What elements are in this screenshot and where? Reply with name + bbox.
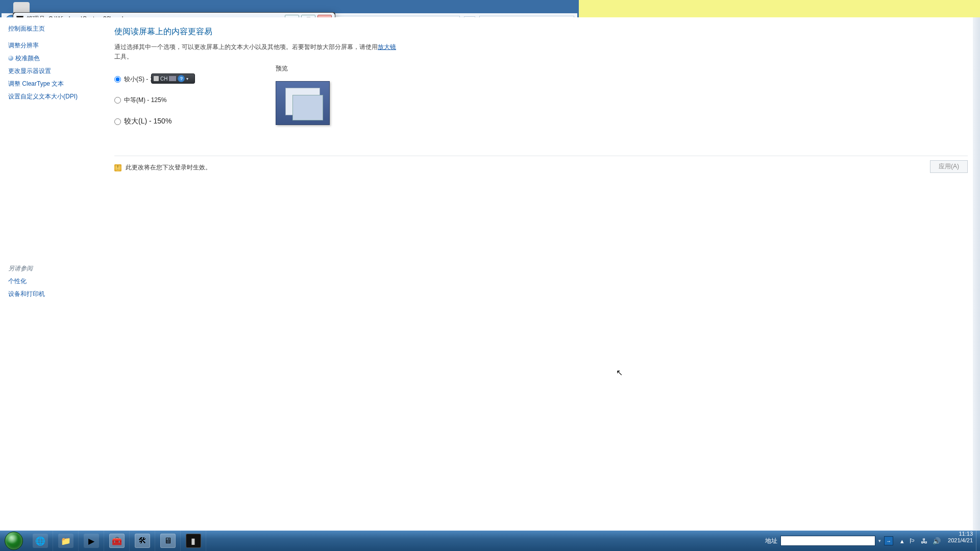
taskbar-clock[interactable]: 11:13 2021/4/21 bbox=[945, 531, 976, 551]
taskbar-address-toolbar: 地址 ▾ → bbox=[765, 531, 896, 551]
preview-label: 预览 bbox=[276, 64, 330, 73]
page-description: 通过选择其中一个选项，可以更改屏幕上的文本大小以及其他项。若要暂时放大部分屏幕，… bbox=[114, 42, 400, 62]
option-large[interactable]: 较大(L) - 150% CH ? ▾ bbox=[114, 117, 968, 126]
ime-help-icon[interactable]: ? bbox=[178, 75, 185, 82]
cmd-icon: ▮ bbox=[186, 534, 201, 548]
option-medium[interactable]: 中等(M) - 125% bbox=[114, 96, 968, 105]
show-desktop-button[interactable] bbox=[976, 531, 980, 551]
media-player-icon: ▶ bbox=[84, 534, 99, 548]
tools-icon: 🛠 bbox=[135, 534, 150, 548]
radio-large[interactable] bbox=[114, 118, 121, 125]
taskbar-explorer[interactable]: 📁 bbox=[53, 531, 79, 551]
magnifier-link[interactable]: 放大镜 bbox=[378, 43, 396, 51]
radio-small[interactable] bbox=[114, 76, 121, 83]
sidebar-link-cleartype[interactable]: 调整 ClearType 文本 bbox=[8, 80, 94, 88]
address-input[interactable] bbox=[780, 536, 875, 546]
ime-options-icon[interactable]: ▾ bbox=[186, 77, 188, 81]
tray-expand-icon[interactable]: ▴ bbox=[900, 537, 904, 545]
taskbar-cmd[interactable]: ▮ bbox=[181, 531, 206, 551]
clock-date: 2021/4/21 bbox=[948, 537, 973, 544]
start-button[interactable] bbox=[0, 531, 28, 551]
taskbar-control-panel[interactable]: 🖥 bbox=[155, 531, 181, 551]
preview-pane: 预览 bbox=[276, 64, 330, 125]
action-center-icon[interactable]: 🏳 bbox=[909, 537, 916, 545]
sidebar-link-calibrate[interactable]: 校准颜色 bbox=[8, 54, 94, 63]
windows-orb-icon bbox=[5, 532, 23, 550]
sidebar-link-display-settings[interactable]: 更改显示器设置 bbox=[8, 67, 94, 76]
option-small[interactable]: 较小(S) - 100% (默认) bbox=[114, 75, 968, 84]
taskbar-app-1[interactable]: 🧰 bbox=[104, 531, 130, 551]
volume-icon[interactable]: 🔊 bbox=[933, 537, 941, 545]
apply-button[interactable]: 应用(A) bbox=[930, 160, 968, 173]
folder-icon: 📁 bbox=[58, 534, 74, 548]
warning-line: ! 此更改将在您下次登录时生效。 应用(A) bbox=[114, 156, 968, 172]
address-label: 地址 bbox=[765, 537, 777, 545]
ime-toolbar[interactable]: CH ? ▾ bbox=[151, 73, 195, 84]
warning-icon: ! bbox=[114, 164, 121, 171]
ie-icon: 🌐 bbox=[33, 534, 48, 548]
sidebar-link-resolution[interactable]: 调整分辨率 bbox=[8, 41, 94, 50]
radio-medium[interactable] bbox=[114, 97, 121, 104]
ime-grip-icon bbox=[154, 76, 159, 81]
see-also-personalization[interactable]: 个性化 bbox=[8, 277, 94, 286]
address-dropdown[interactable]: ▾ bbox=[878, 538, 881, 543]
ime-lang-label[interactable]: CH bbox=[160, 76, 167, 82]
display-settings-icon: 🖥 bbox=[160, 534, 176, 548]
network-icon[interactable]: 🖧 bbox=[921, 537, 927, 545]
see-also-heading: 另请参阅 bbox=[8, 264, 94, 273]
address-go-button[interactable]: → bbox=[884, 536, 893, 545]
page-title: 使阅读屏幕上的内容更容易 bbox=[114, 27, 968, 37]
system-tray: ▴ 🏳 🖧 🔊 bbox=[896, 531, 945, 551]
warning-text: 此更改将在您下次登录时生效。 bbox=[126, 163, 211, 172]
taskbar-ie[interactable]: 🌐 bbox=[28, 531, 53, 551]
preview-image bbox=[276, 81, 330, 125]
keyboard-icon[interactable] bbox=[169, 76, 176, 81]
sidebar-home-link[interactable]: 控制面板主页 bbox=[8, 24, 94, 33]
toolbox-icon: 🧰 bbox=[109, 534, 125, 548]
taskbar-app-2[interactable]: 🛠 bbox=[130, 531, 155, 551]
cp-main: 使阅读屏幕上的内容更容易 通过选择其中一个选项，可以更改屏幕上的文本大小以及其他… bbox=[102, 17, 980, 551]
control-panel-display-window[interactable]: — ☐ ✕ ← → ▾ 控制面板 ▸ 所有控制面板项 ▸ 显示 ▾ ↻ 搜索控制… bbox=[0, 0, 579, 325]
see-also-devices-printers[interactable]: 设备和打印机 bbox=[8, 290, 94, 298]
taskbar-wmp[interactable]: ▶ bbox=[79, 531, 104, 551]
bullet-icon bbox=[8, 56, 13, 61]
taskbar: 🌐 📁 ▶ 🧰 🛠 🖥 ▮ 地址 ▾ → ▴ 🏳 🖧 🔊 11:13 2021/… bbox=[0, 531, 980, 551]
sidebar-link-dpi[interactable]: 设置自定义文本大小(DPI) bbox=[8, 92, 94, 101]
cp-scrollbar[interactable] bbox=[973, 17, 980, 551]
clock-time: 11:13 bbox=[948, 531, 973, 537]
cp-sidebar: 控制面板主页 调整分辨率 校准颜色 更改显示器设置 调整 ClearType 文… bbox=[0, 17, 102, 551]
